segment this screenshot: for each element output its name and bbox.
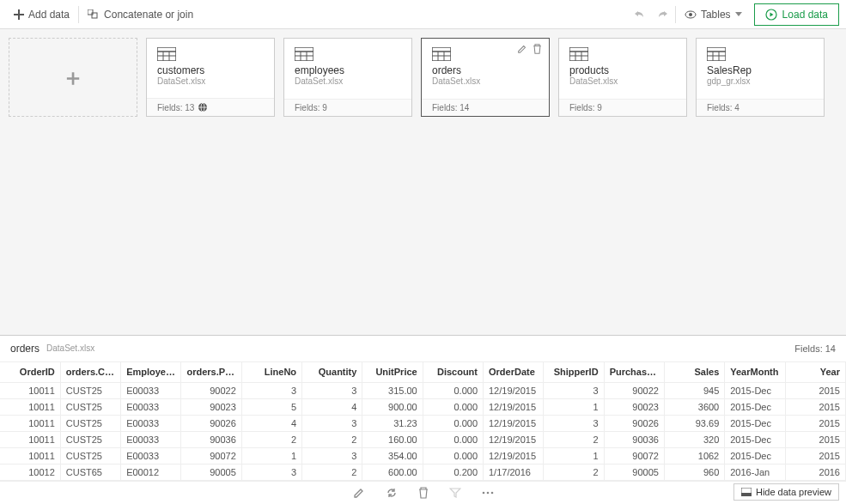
- table-cell: CUST25: [60, 416, 120, 432]
- table-row[interactable]: 10011CUST25E000339002354900.000.00012/19…: [0, 399, 846, 416]
- field-count: Fields: 13: [157, 103, 194, 112]
- redo-button[interactable]: [651, 6, 673, 23]
- column-header[interactable]: Quantity: [302, 362, 362, 383]
- table-cell: CUST65: [60, 465, 120, 481]
- concatenate-button[interactable]: Concatenate or join: [81, 5, 200, 24]
- table-cell: 1: [544, 448, 604, 465]
- table-cell: 31.23: [362, 416, 423, 432]
- table-card-title: SalesRep: [707, 64, 813, 76]
- load-data-button[interactable]: Load data: [754, 3, 839, 26]
- add-data-button[interactable]: Add data: [7, 5, 76, 24]
- hide-preview-button[interactable]: Hide data preview: [733, 483, 839, 501]
- preview-grid: OrderIDorders.Cust...EmployeeKeyorders.P…: [0, 362, 846, 482]
- svg-point-35: [490, 492, 493, 495]
- table-card-title: employees: [295, 64, 401, 76]
- table-cell: 2: [302, 432, 362, 448]
- table-card-orders[interactable]: ordersDataSet.xlsxFields: 14: [421, 38, 550, 117]
- table-cell: 90022: [604, 383, 664, 399]
- refresh-button[interactable]: [386, 487, 398, 499]
- table-cell: 2016: [785, 465, 845, 481]
- table-card-products[interactable]: productsDataSet.xlsxFields: 9: [558, 38, 687, 117]
- table-card-footer: Fields: 14: [422, 99, 549, 116]
- table-cell: E00012: [121, 465, 181, 481]
- tables-dropdown[interactable]: Tables: [678, 5, 749, 24]
- table-cell: 12/19/2015: [484, 416, 544, 432]
- undo-button[interactable]: [629, 6, 651, 23]
- svg-point-33: [482, 492, 484, 495]
- column-header[interactable]: Year: [785, 362, 845, 383]
- table-cell: 5: [241, 399, 301, 416]
- column-header[interactable]: Sales: [664, 362, 724, 383]
- column-header[interactable]: OrderDate: [484, 362, 544, 383]
- trash-icon: [418, 487, 429, 499]
- table-cell: 90072: [604, 448, 664, 465]
- svg-rect-5: [157, 47, 176, 61]
- more-icon: [482, 491, 494, 495]
- table-row[interactable]: 10012CUST65E000129000532600.000.2001/17/…: [0, 465, 846, 481]
- table-card-source: DataSet.xlsx: [569, 76, 676, 86]
- table-cell: 12/19/2015: [484, 399, 544, 416]
- svg-rect-18: [432, 47, 451, 61]
- table-cell: 0.000: [423, 416, 483, 432]
- table-row[interactable]: 10011CUST25E00033900264331.230.00012/19/…: [0, 416, 846, 432]
- table-cell: E00033: [121, 448, 181, 465]
- table-cell: 2015-Dec: [725, 383, 785, 399]
- table-cell: 10011: [0, 432, 60, 448]
- chevron-down-icon: [735, 12, 742, 17]
- table-cell: 160.00: [362, 432, 423, 448]
- table-cell: 320: [664, 432, 724, 448]
- table-cell: 2: [544, 465, 604, 481]
- table-row[interactable]: 10011CUST25E000339007213354.000.00012/19…: [0, 448, 846, 465]
- delete-table-button[interactable]: [533, 44, 542, 54]
- delete-button[interactable]: [418, 487, 429, 499]
- table-cell: 2015-Dec: [725, 432, 785, 448]
- column-header[interactable]: UnitPrice: [362, 362, 423, 383]
- edit-table-button[interactable]: [517, 44, 527, 54]
- table-cell: E00033: [121, 383, 181, 399]
- table-cell: 354.00: [362, 448, 423, 465]
- separator: [78, 6, 79, 23]
- column-header[interactable]: LineNo: [241, 362, 301, 383]
- table-cell: 3600: [664, 399, 724, 416]
- svg-rect-37: [741, 493, 752, 496]
- table-cell: 93.69: [664, 416, 724, 432]
- filter-button[interactable]: [449, 488, 461, 498]
- table-cell: 600.00: [362, 465, 423, 481]
- column-header[interactable]: orders.Prod...: [181, 362, 241, 383]
- svg-point-34: [486, 492, 489, 495]
- table-row[interactable]: 10011CUST25E000339002233315.000.00012/19…: [0, 383, 846, 399]
- table-card-customers[interactable]: customersDataSet.xlsxFields: 13: [146, 38, 275, 117]
- field-count: Fields: 14: [432, 103, 469, 112]
- add-data-label: Add data: [28, 9, 70, 21]
- column-header[interactable]: YearMonth: [725, 362, 785, 383]
- column-header[interactable]: ShipperID: [544, 362, 604, 383]
- table-cell: E00033: [121, 416, 181, 432]
- table-cell: 0.000: [423, 448, 483, 465]
- table-cell: 2: [241, 432, 301, 448]
- table-cell: 2: [544, 432, 604, 448]
- table-cell: 90036: [181, 432, 241, 448]
- more-button[interactable]: [482, 491, 494, 495]
- table-cell: 2015-Dec: [725, 448, 785, 465]
- add-table-card[interactable]: ＋: [9, 38, 137, 117]
- table-card-employees[interactable]: employeesDataSet.xlsxFields: 9: [283, 38, 412, 117]
- column-header[interactable]: orders.Cust...: [60, 362, 120, 383]
- plus-large-icon: ＋: [62, 63, 84, 93]
- table-cell: 2015: [785, 399, 845, 416]
- table-cell: 3: [241, 383, 301, 399]
- table-cell: 0.200: [423, 465, 483, 481]
- table-cell: 10011: [0, 448, 60, 465]
- column-header[interactable]: OrderID: [0, 362, 60, 383]
- table-row[interactable]: 10011CUST25E000339003622160.000.00012/19…: [0, 432, 846, 448]
- column-header[interactable]: PurchasedP...: [604, 362, 664, 383]
- hide-preview-label: Hide data preview: [756, 487, 831, 497]
- table-cell: 1/17/2016: [484, 465, 544, 481]
- preview-title: orders: [10, 343, 40, 355]
- edit-button[interactable]: [353, 487, 365, 499]
- column-header[interactable]: Discount: [423, 362, 483, 383]
- table-cell: CUST25: [60, 383, 120, 399]
- table-cell: 315.00: [362, 383, 423, 399]
- pencil-icon: [353, 487, 365, 499]
- column-header[interactable]: EmployeeKey: [121, 362, 181, 383]
- table-card-SalesRep[interactable]: SalesRepgdp_gr.xlsxFields: 4: [696, 38, 825, 117]
